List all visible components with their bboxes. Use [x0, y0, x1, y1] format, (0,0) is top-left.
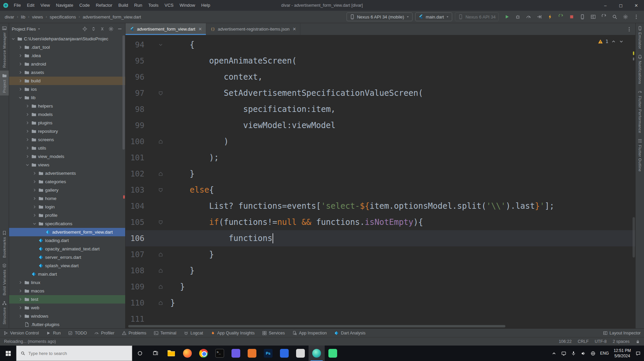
editor-tab[interactable]: advertisement_form_view.dart ✕ [126, 23, 206, 35]
tree-item-views[interactable]: views [9, 161, 125, 169]
action-center-icon[interactable] [636, 351, 641, 356]
android-studio-taskbar-button[interactable] [309, 346, 325, 361]
tool-window-run[interactable]: Run [46, 331, 61, 335]
minimize-button[interactable]: – [598, 0, 613, 11]
cortana-button[interactable] [132, 346, 148, 361]
menu-vcs[interactable]: VCS [162, 0, 177, 11]
tool-window-services[interactable]: Services [262, 331, 285, 335]
photoshop-taskbar-button[interactable]: Ps [260, 346, 276, 361]
tree-expand-arrow[interactable] [18, 62, 23, 66]
file-explorer-taskbar-button[interactable] [163, 346, 179, 361]
code-line-103[interactable]: 103 else{ [126, 182, 635, 198]
breadcrumb-item[interactable]: divar [3, 14, 15, 20]
tree-item-loading.dart[interactable]: loading.dart [9, 236, 125, 245]
display-icon[interactable] [561, 351, 566, 356]
tree-expand-arrow[interactable] [18, 297, 23, 302]
tree-collapse-arrow[interactable] [25, 163, 30, 167]
expand-all-icon[interactable] [91, 26, 96, 32]
tree-item-advertisement_form_view.dart[interactable]: advertisement_form_view.dart [9, 228, 125, 236]
tree-item-test[interactable]: test [9, 295, 125, 304]
tree-item-splash_view.dart[interactable]: splash_view.dart [9, 262, 125, 270]
tree-item-utils[interactable]: utils [9, 144, 125, 152]
tool-stripe-flutter-outline[interactable]: Flutter Outline [636, 136, 644, 174]
tool-window-profiler[interactable]: Profiler [94, 331, 114, 335]
fold-marker-fup[interactable] [156, 137, 165, 146]
microphone-icon[interactable] [571, 351, 576, 356]
menu-code[interactable]: Code [76, 0, 93, 11]
tool-window-todo[interactable]: TODO [68, 331, 87, 335]
tree-item-home[interactable]: home [9, 194, 125, 203]
tree-item-plugins[interactable]: plugins [9, 119, 125, 127]
locate-icon[interactable] [82, 26, 87, 32]
tree-expand-arrow[interactable] [32, 171, 37, 175]
tree-expand-arrow[interactable] [18, 280, 23, 285]
code-line-102[interactable]: 102 } [126, 166, 635, 182]
close-button[interactable]: ✕ [629, 0, 644, 11]
code-line-104[interactable]: 104 List? functions=events['select-${ite… [126, 198, 635, 214]
layout-inspector-button[interactable]: Layout Inspector [603, 331, 641, 335]
code-area[interactable]: 94 { 95 openAnimateScreen( 96 context, 9… [126, 35, 635, 328]
tool-stripe-structure[interactable]: Structure [0, 298, 9, 327]
fold-marker-fup[interactable] [156, 299, 165, 307]
collapse-all-icon[interactable] [100, 26, 105, 32]
hidden-icons-chevron[interactable] [551, 351, 557, 356]
fold-marker-fup[interactable] [156, 250, 165, 258]
tree-item-macos[interactable]: macos [9, 287, 125, 295]
tree-collapse-arrow[interactable] [18, 95, 23, 100]
menu-edit[interactable]: Edit [24, 0, 37, 11]
tree-item-server_errors.dart[interactable]: server_errors.dart [9, 253, 125, 262]
tree-expand-arrow[interactable] [25, 137, 30, 142]
tree-expand-arrow[interactable] [25, 154, 30, 159]
app-blue-taskbar-button[interactable] [276, 346, 292, 361]
tool-stripe-flutter-performance[interactable]: Flutter Performance [636, 87, 644, 136]
code-line-97[interactable]: 97 SetAdvertisementSpecificationValueScr… [126, 85, 635, 101]
tree-item-linux[interactable]: linux [9, 278, 125, 287]
menu-build[interactable]: Build [115, 0, 131, 11]
code-line-96[interactable]: 96 context, [126, 69, 635, 85]
task-view-button[interactable] [148, 346, 163, 361]
next-warning-icon[interactable] [619, 39, 624, 44]
tree-item-c:\users\idehpardazanjavan\studioprojec[interactable]: C:\Users\idehpardazanjavan\StudioProjec [9, 35, 125, 43]
hot-restart-button[interactable] [557, 12, 565, 21]
tree-item-.idea[interactable]: .idea [9, 51, 125, 60]
breadcrumb-item[interactable]: lib [20, 14, 27, 20]
cursor-position[interactable]: 106:22 [559, 339, 572, 344]
tool-stripe-resource-manager[interactable]: Resource Manager [0, 23, 9, 71]
tree-expand-arrow[interactable] [32, 196, 37, 201]
fold-marker-fup[interactable] [156, 283, 165, 291]
code-line-108[interactable]: 108 } [126, 263, 635, 279]
attach-debugger-button[interactable] [535, 12, 544, 21]
code-line-98[interactable]: 98 specification:item, [126, 101, 635, 117]
tree-item-web[interactable]: web [9, 304, 125, 312]
sync-project-button[interactable] [600, 12, 608, 21]
tree-item-models[interactable]: models [9, 110, 125, 119]
device-selector[interactable]: Nexus 6 API 34 (mobile) [347, 12, 413, 21]
network-icon[interactable] [591, 351, 596, 356]
taskbar-search[interactable] [16, 346, 132, 361]
language-indicator[interactable]: ENG [600, 351, 609, 356]
tree-item-windows[interactable]: windows [9, 312, 125, 320]
tree-item-.flutter-plugins[interactable]: .flutter-plugins [9, 320, 125, 328]
chevron-down-icon[interactable] [37, 27, 41, 31]
firefox-taskbar-button[interactable] [179, 346, 195, 361]
breadcrumb-item[interactable]: views [31, 14, 44, 20]
tree-expand-arrow[interactable] [18, 314, 23, 318]
tree-item-profile[interactable]: profile [9, 211, 125, 219]
fold-marker-fdown[interactable] [156, 186, 165, 194]
hot-reload-button[interactable] [546, 12, 554, 21]
volume-icon[interactable] [581, 351, 586, 356]
app-orange-taskbar-button[interactable] [244, 346, 260, 361]
taskbar-search-input[interactable] [28, 351, 128, 356]
tree-expand-arrow[interactable] [18, 79, 23, 83]
horizontal-scrollbar[interactable] [128, 325, 505, 327]
tree-item-repository[interactable]: repository [9, 127, 125, 135]
menu-help[interactable]: Help [198, 0, 213, 11]
project-scrollbar[interactable] [122, 35, 125, 150]
fold-marker-fdown[interactable] [156, 218, 165, 226]
tree-expand-arrow[interactable] [32, 213, 37, 217]
tree-collapse-arrow[interactable] [32, 222, 37, 226]
vertical-scrollbar[interactable] [633, 217, 635, 257]
code-line-95[interactable]: 95 openAnimateScreen( [126, 53, 635, 69]
settings-button[interactable] [621, 12, 630, 21]
menu-tools[interactable]: Tools [145, 0, 162, 11]
